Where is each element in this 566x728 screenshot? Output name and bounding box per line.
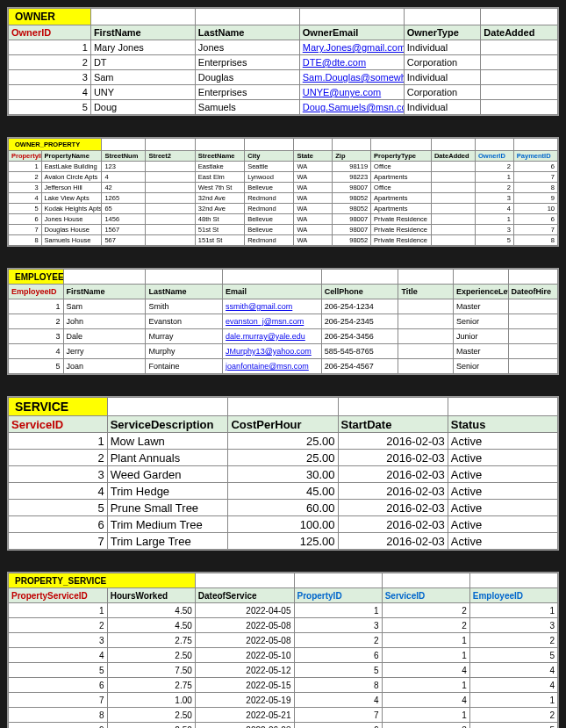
cell: WA bbox=[294, 235, 333, 246]
cell: Mary Jones bbox=[90, 40, 195, 55]
cell: DTE@dte.com bbox=[299, 55, 404, 70]
table-row: 5Kodak Heights Apts6532nd AveRedmondWA98… bbox=[9, 204, 558, 214]
cell: Evanston bbox=[146, 314, 223, 329]
cell: 1 bbox=[9, 40, 91, 55]
cell: 7.50 bbox=[107, 663, 195, 678]
cell bbox=[146, 204, 195, 214]
cell: 1.00 bbox=[107, 693, 195, 708]
cell: 2022-05-21 bbox=[195, 708, 294, 723]
cell: Apartments bbox=[371, 193, 432, 204]
cell: 2022-05-08 bbox=[195, 633, 294, 648]
cell: 51st St bbox=[195, 225, 244, 235]
cell: Sam.Douglas@somewher bbox=[299, 70, 404, 85]
cell: 4.50 bbox=[107, 618, 195, 633]
cell bbox=[398, 299, 454, 314]
email-link[interactable]: JMurphy13@yahoo.com bbox=[226, 347, 312, 356]
col-header: OwnerType bbox=[404, 25, 481, 40]
cell: Smith bbox=[146, 299, 223, 314]
table-row: 6Jones House145648th StBellevueWA98007Pr… bbox=[9, 214, 558, 225]
cell: 206-254-4567 bbox=[321, 359, 398, 374]
cell bbox=[431, 193, 475, 204]
table-row: 3SamDouglasSam.Douglas@somewherIndividua… bbox=[9, 70, 558, 85]
cell: 3 bbox=[9, 633, 108, 648]
col-header: StreetNum bbox=[102, 151, 146, 162]
cell: 2016-02-03 bbox=[338, 500, 448, 516]
cell: 1 bbox=[9, 162, 42, 172]
cell: 5 bbox=[9, 500, 108, 516]
cell: Enterprises bbox=[195, 55, 299, 70]
cell: 2 bbox=[294, 633, 382, 648]
col-header: DateAdded bbox=[481, 25, 558, 40]
cell bbox=[508, 299, 557, 314]
cell: 2 bbox=[382, 603, 469, 618]
cell bbox=[431, 172, 475, 183]
col-header: HoursWorked bbox=[107, 588, 195, 603]
cell bbox=[508, 314, 557, 329]
cell: 98119 bbox=[333, 162, 371, 172]
cell: 4 bbox=[476, 204, 514, 214]
cell: Individual bbox=[404, 70, 481, 85]
cell: 7 bbox=[9, 693, 108, 708]
cell: Jones House bbox=[41, 214, 102, 225]
email-link[interactable]: dale.murray@yale.edu bbox=[226, 332, 305, 341]
cell: 8 bbox=[9, 235, 42, 246]
cell: 65 bbox=[102, 204, 146, 214]
cell: WA bbox=[294, 214, 333, 225]
email-link[interactable]: evanston_j@msn.com bbox=[226, 317, 304, 326]
col-header: Status bbox=[448, 416, 557, 433]
cell: 1456 bbox=[102, 214, 146, 225]
cell bbox=[146, 214, 195, 225]
cell: 5 bbox=[9, 204, 42, 214]
table-title: SERVICE bbox=[11, 399, 72, 414]
cell: John bbox=[63, 314, 146, 329]
cell: Fontaine bbox=[146, 359, 223, 374]
cell: Mary.Jones@gmail.com bbox=[299, 40, 404, 55]
cell: 4.50 bbox=[107, 603, 195, 618]
cell: 4 bbox=[9, 193, 42, 204]
cell: 5 bbox=[9, 663, 108, 678]
cell: 3 bbox=[9, 329, 64, 344]
cell bbox=[431, 204, 475, 214]
cell bbox=[146, 225, 195, 235]
table-row: 1Mow Lawn25.002016-02-03Active bbox=[9, 433, 558, 450]
cell: Prune Small Tree bbox=[107, 500, 228, 516]
cell: 2016-02-03 bbox=[338, 483, 448, 500]
cell: 98223 bbox=[333, 172, 371, 183]
cell bbox=[146, 172, 195, 183]
col-header: City bbox=[245, 151, 294, 162]
email-link[interactable]: UNYE@unye.com bbox=[303, 87, 381, 97]
cell: 206-254-2345 bbox=[321, 314, 398, 329]
email-link[interactable]: Doug.Samuels@msn.com bbox=[303, 102, 404, 112]
col-header: PropertyType bbox=[371, 151, 432, 162]
cell: Redmond bbox=[245, 193, 294, 204]
cell: Bellevue bbox=[245, 225, 294, 235]
cell: Trim Large Tree bbox=[107, 533, 228, 550]
cell bbox=[146, 235, 195, 246]
table-row: 2DTEnterprisesDTE@dte.comCorporation bbox=[9, 55, 558, 70]
cell: 7 bbox=[9, 533, 108, 550]
email-link[interactable]: Mary.Jones@gmail.com bbox=[303, 42, 404, 53]
email-link[interactable]: ssmith@gmail.com bbox=[226, 302, 292, 311]
table-row: 2Plant Annuals25.002016-02-03Active bbox=[9, 450, 558, 466]
email-link[interactable]: Sam.Douglas@somewher bbox=[303, 72, 404, 83]
cell: 1 bbox=[9, 299, 64, 314]
cell: 32nd Ave bbox=[195, 193, 244, 204]
cell: Redmond bbox=[245, 204, 294, 214]
cell: Jefferson Hill bbox=[41, 183, 102, 193]
email-link[interactable]: joanfontaine@msn.com bbox=[226, 362, 309, 371]
cell: 2022-04-05 bbox=[195, 603, 294, 618]
cell: Office bbox=[371, 183, 432, 193]
cell: Kodak Heights Apts bbox=[41, 204, 102, 214]
cell: 2022-06-03 bbox=[195, 723, 294, 729]
cell: Active bbox=[448, 450, 557, 466]
cell: 7 bbox=[513, 225, 557, 235]
cell: 98007 bbox=[333, 214, 371, 225]
cell: 2 bbox=[9, 314, 64, 329]
col-header: Street2 bbox=[146, 151, 195, 162]
table-row: 92.502022-06-03635 bbox=[9, 723, 558, 729]
cell: Weed Garden bbox=[107, 466, 228, 483]
table-service: SERVICEServiceIDServiceDescriptionCostPe… bbox=[7, 396, 559, 551]
cell: WA bbox=[294, 193, 333, 204]
cell bbox=[481, 85, 558, 100]
email-link[interactable]: DTE@dte.com bbox=[303, 57, 366, 68]
